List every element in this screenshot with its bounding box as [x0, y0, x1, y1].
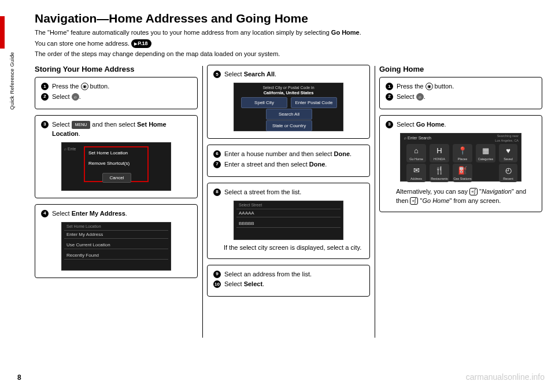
address-icon: ✉	[406, 165, 426, 176]
nav-button-icon: ◉	[426, 83, 433, 90]
sc-cancel-button: Cancel	[102, 173, 131, 183]
sc-header-2: California, United States	[234, 90, 343, 97]
text: You can store one home address.	[35, 40, 131, 47]
search-circle-icon: ⌕	[72, 93, 79, 101]
text: Enter a house number and then select	[224, 150, 334, 157]
text: button.	[433, 83, 454, 90]
step-7: 7 Enter a street and then select Done.	[213, 160, 364, 169]
col2-box-4: 9 Select an address from the list. 10 Se…	[207, 265, 370, 297]
col3-box-2: 3 Select Go Home. ⌕ Enter Search Searchi…	[379, 115, 542, 212]
step-badge-1: 1	[386, 83, 393, 90]
text: " from any screen.	[450, 197, 501, 204]
text: Recent	[499, 177, 517, 182]
sc-header: Select Street	[236, 201, 341, 209]
bold-text: Select	[244, 280, 262, 287]
text: Gas Stations	[453, 177, 472, 182]
column-2: 5 Select Search All. Select City or Post…	[207, 65, 370, 303]
step-badge-7: 7	[213, 161, 221, 168]
screenshot-home-location-list: Set Home Location Enter My Address Use C…	[61, 222, 171, 271]
sc-text: Remove Shortcut(s)	[88, 160, 130, 167]
column-1: Storing Your Home Address 1 Press the ◉ …	[35, 65, 198, 303]
voice-icon: «ʃ	[469, 188, 478, 195]
side-section-label: Quick Reference Guide	[9, 52, 15, 110]
gh-step-2: 2 Select ⌕.	[386, 93, 536, 102]
page-ref-badge: P.18	[131, 39, 151, 49]
watermark: carmanualsonline.info	[466, 372, 545, 382]
list-item: BBBBB	[236, 220, 341, 228]
col3-heading: Going Home	[379, 65, 542, 73]
text: Select	[397, 121, 416, 128]
sc-text: Set Home Location	[88, 150, 128, 157]
step-8-note: If the select city screen is displayed, …	[224, 243, 364, 253]
text: .	[360, 29, 361, 36]
bold-text: Enter My Address	[72, 210, 125, 217]
text: Go Home	[406, 157, 426, 162]
home-icon: ⌂	[406, 146, 426, 157]
text: Alternatively, you can say	[396, 188, 469, 195]
text: and then select	[90, 121, 137, 128]
text: Address	[406, 177, 426, 182]
page-content: Navigation—Home Addresses and Going Home…	[35, 12, 543, 302]
bold-text: Done	[309, 161, 325, 168]
tile-restaurants: 🍴Restaurants	[430, 164, 449, 182]
column-3: Going Home 1 Press the ◉ button. 2 Selec…	[379, 65, 542, 303]
screenshot-street-list: Select Street AAAAA BBBBB	[234, 201, 343, 240]
column-divider-2	[375, 66, 375, 338]
step-badge-5: 5	[213, 71, 221, 78]
search-circle-icon: ⌕	[416, 93, 424, 101]
step-10: 10 Select Select.	[213, 280, 364, 289]
step-badge-2: 2	[386, 93, 393, 101]
step-badge-1: 1	[41, 83, 49, 90]
sc-header: Set Home Location	[64, 223, 168, 231]
sc-text: ⌕ Ente	[64, 146, 76, 152]
sc-location: Searching near Los Angeles, CA	[495, 134, 519, 143]
text: Enter Search	[408, 136, 431, 140]
sc-spell-city: Spell City	[241, 97, 287, 109]
sc-search-all: Search All	[266, 109, 312, 120]
tile-address: ✉Address	[406, 164, 426, 182]
screenshot-go-home-tiles: ⌕ Enter Search Searching near Los Angele…	[400, 133, 521, 182]
tile-places: 📍Places	[453, 144, 472, 162]
text: Press the	[397, 83, 426, 90]
text: The "Home" feature automatically routes …	[35, 29, 331, 36]
text: Categories	[476, 157, 495, 162]
list-item: Use Current Location	[64, 241, 168, 249]
gh-step-3: 3 Select Go Home.	[386, 120, 536, 130]
text: Select	[52, 93, 72, 100]
italic-text: Go Home	[422, 197, 449, 204]
text: button.	[88, 83, 110, 90]
text: .	[275, 71, 276, 77]
text: Saved	[499, 157, 517, 162]
text: Enter a street and then select	[224, 161, 309, 168]
tile-saved: ♥Saved	[499, 144, 517, 162]
step-badge-8: 8	[213, 188, 221, 196]
col2-box-3: 8 Select a street from the list. Select …	[207, 183, 370, 259]
text: .	[424, 93, 426, 100]
text: .	[79, 93, 81, 100]
text: Select	[52, 121, 72, 128]
text: .	[350, 150, 352, 157]
honda-icon: H	[430, 146, 449, 157]
step-badge-9: 9	[213, 271, 221, 278]
sc-postal-code: Enter Postal Code	[291, 97, 337, 109]
step-5: 5 Select Search All.	[213, 70, 364, 79]
voice-icon: «ʃ	[410, 197, 418, 205]
nav-button-icon: ◉	[81, 83, 88, 90]
heart-icon: ♥	[499, 146, 517, 157]
tile-go-home: ⌂Go Home	[406, 144, 426, 162]
col3-box-1: 1 Press the ◉ button. 2 Select ⌕.	[379, 77, 542, 109]
list-item: AAAAA	[236, 209, 341, 217]
intro-line-2: You can store one home address. P.18	[35, 39, 543, 49]
voice-note: Alternatively, you can say «ʃ "Navigatio…	[396, 187, 536, 206]
step-badge-10: 10	[213, 280, 221, 288]
page-number: 8	[17, 373, 21, 382]
step-4: 4 Select Enter My Address.	[41, 209, 191, 219]
tile-gas: ⛽Gas Stations	[453, 164, 472, 182]
step-badge-3: 3	[386, 121, 393, 128]
clock-icon: ◴	[499, 165, 517, 176]
tile-categories: ▦Categories	[476, 144, 495, 162]
col2-box-1: 5 Select Search All. Select City or Post…	[207, 65, 370, 139]
sc-state-country: State or Country	[266, 120, 312, 132]
screenshot-search-all: Select City or Postal Code in California…	[234, 83, 343, 131]
text: HONDA	[430, 157, 449, 162]
